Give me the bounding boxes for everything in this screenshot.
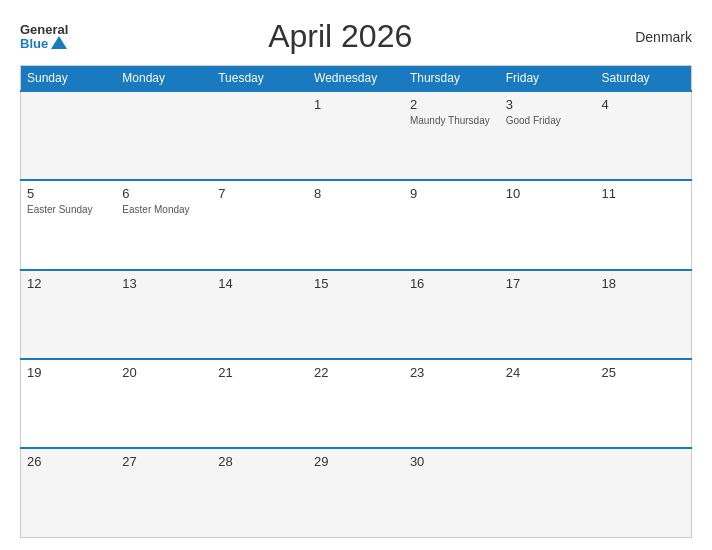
day-number: 12 (27, 276, 110, 291)
holiday-label: Easter Sunday (27, 203, 110, 216)
calendar-cell: 11 (596, 180, 692, 269)
col-tuesday: Tuesday (212, 66, 308, 92)
day-number: 29 (314, 454, 398, 469)
day-number: 2 (410, 97, 494, 112)
day-number: 23 (410, 365, 494, 380)
page: General Blue April 2026 Denmark Sunday M… (0, 0, 712, 550)
logo-blue-text: Blue (20, 36, 68, 50)
calendar-cell (21, 91, 117, 180)
day-number: 16 (410, 276, 494, 291)
weekday-header-row: Sunday Monday Tuesday Wednesday Thursday… (21, 66, 692, 92)
calendar-cell: 5Easter Sunday (21, 180, 117, 269)
day-number: 30 (410, 454, 494, 469)
holiday-label: Good Friday (506, 114, 590, 127)
day-number: 22 (314, 365, 398, 380)
calendar-cell: 26 (21, 448, 117, 537)
calendar-cell: 12 (21, 270, 117, 359)
calendar-cell: 10 (500, 180, 596, 269)
day-number: 15 (314, 276, 398, 291)
holiday-label: Easter Monday (122, 203, 206, 216)
day-number: 18 (602, 276, 685, 291)
calendar-cell: 1 (308, 91, 404, 180)
calendar-cell (500, 448, 596, 537)
calendar-cell: 27 (116, 448, 212, 537)
calendar-week-row: 19202122232425 (21, 359, 692, 448)
day-number: 24 (506, 365, 590, 380)
calendar-cell (596, 448, 692, 537)
calendar-cell: 22 (308, 359, 404, 448)
day-number: 11 (602, 186, 685, 201)
calendar-cell: 16 (404, 270, 500, 359)
calendar-cell: 9 (404, 180, 500, 269)
calendar-cell (212, 91, 308, 180)
day-number: 4 (602, 97, 685, 112)
calendar-cell: 7 (212, 180, 308, 269)
calendar-cell: 14 (212, 270, 308, 359)
day-number: 1 (314, 97, 398, 112)
logo: General Blue (20, 23, 68, 50)
day-number: 10 (506, 186, 590, 201)
logo-triangle-icon (51, 36, 67, 49)
day-number: 19 (27, 365, 110, 380)
day-number: 26 (27, 454, 110, 469)
day-number: 14 (218, 276, 302, 291)
day-number: 25 (602, 365, 685, 380)
col-wednesday: Wednesday (308, 66, 404, 92)
day-number: 9 (410, 186, 494, 201)
day-number: 8 (314, 186, 398, 201)
day-number: 17 (506, 276, 590, 291)
calendar-cell: 6Easter Monday (116, 180, 212, 269)
calendar-cell: 2Maundy Thursday (404, 91, 500, 180)
calendar-cell: 3Good Friday (500, 91, 596, 180)
day-number: 13 (122, 276, 206, 291)
col-sunday: Sunday (21, 66, 117, 92)
calendar-cell: 17 (500, 270, 596, 359)
calendar-cell: 28 (212, 448, 308, 537)
calendar-cell: 30 (404, 448, 500, 537)
holiday-label: Maundy Thursday (410, 114, 494, 127)
calendar-cell: 15 (308, 270, 404, 359)
calendar-cell: 23 (404, 359, 500, 448)
calendar-week-row: 2627282930 (21, 448, 692, 537)
calendar-title: April 2026 (68, 18, 612, 55)
calendar-cell: 20 (116, 359, 212, 448)
col-friday: Friday (500, 66, 596, 92)
calendar-cell: 8 (308, 180, 404, 269)
calendar-cell: 18 (596, 270, 692, 359)
col-saturday: Saturday (596, 66, 692, 92)
calendar-week-row: 12131415161718 (21, 270, 692, 359)
country-label: Denmark (612, 29, 692, 45)
calendar-table: Sunday Monday Tuesday Wednesday Thursday… (20, 65, 692, 538)
calendar-cell: 25 (596, 359, 692, 448)
header: General Blue April 2026 Denmark (20, 18, 692, 55)
col-monday: Monday (116, 66, 212, 92)
day-number: 3 (506, 97, 590, 112)
day-number: 28 (218, 454, 302, 469)
calendar-cell: 4 (596, 91, 692, 180)
calendar-cell: 19 (21, 359, 117, 448)
day-number: 5 (27, 186, 110, 201)
calendar-cell: 13 (116, 270, 212, 359)
day-number: 6 (122, 186, 206, 201)
calendar-week-row: 12Maundy Thursday3Good Friday4 (21, 91, 692, 180)
col-thursday: Thursday (404, 66, 500, 92)
calendar-cell: 24 (500, 359, 596, 448)
calendar-cell: 21 (212, 359, 308, 448)
day-number: 27 (122, 454, 206, 469)
day-number: 20 (122, 365, 206, 380)
calendar-cell (116, 91, 212, 180)
logo-general-text: General (20, 23, 68, 36)
day-number: 7 (218, 186, 302, 201)
calendar-week-row: 5Easter Sunday6Easter Monday7891011 (21, 180, 692, 269)
day-number: 21 (218, 365, 302, 380)
calendar-cell: 29 (308, 448, 404, 537)
